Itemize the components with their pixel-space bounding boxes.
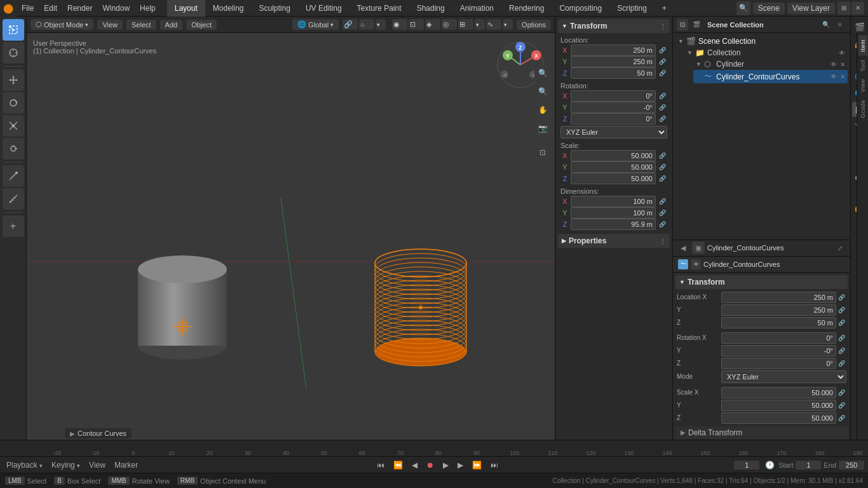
- transform-tool-btn[interactable]: [3, 138, 24, 159]
- tab-uv-editing[interactable]: UV Editing: [298, 0, 349, 17]
- record-btn[interactable]: ⏺: [424, 459, 437, 471]
- obj-scale-x-link[interactable]: 🔗: [836, 388, 846, 398]
- camera-view-btn[interactable]: 📷: [534, 120, 551, 137]
- rotation-y-link[interactable]: 🔗: [657, 102, 667, 112]
- rotation-z-input[interactable]: 0°: [571, 113, 656, 125]
- new-workspace-icon[interactable]: ⊞: [837, 2, 850, 15]
- dim-x-input[interactable]: 100 m: [571, 196, 656, 207]
- jump-end-btn[interactable]: ⏭: [488, 459, 501, 471]
- rotation-y-input[interactable]: -0°: [571, 102, 656, 113]
- delta-transform-section[interactable]: ▶ Delta Transform: [675, 426, 848, 439]
- playback-dropdown[interactable]: Playback ▾: [4, 459, 45, 471]
- keying-dropdown[interactable]: Keying ▾: [49, 459, 83, 471]
- obj-loc-y-link[interactable]: 🔗: [836, 305, 846, 315]
- obj-scale-y-link[interactable]: 🔗: [836, 400, 846, 410]
- dim-y-input[interactable]: 100 m: [571, 207, 656, 219]
- scale-y-link[interactable]: 🔗: [657, 162, 667, 172]
- sc-coll-vis[interactable]: 👁: [839, 50, 845, 57]
- location-y-link[interactable]: 🔗: [657, 57, 667, 67]
- sub-obj-vis-icon[interactable]: 👁: [691, 259, 701, 269]
- canvas-area[interactable]: User Perspective (1) Collection | Cylind…: [27, 33, 555, 441]
- location-y-input[interactable]: 250 m: [571, 56, 656, 67]
- obj-rot-z-link[interactable]: 🔗: [836, 358, 846, 369]
- viewport-shading-btn[interactable]: ◉: [392, 19, 407, 30]
- obj-loc-z-link[interactable]: 🔗: [836, 318, 846, 328]
- sc-filter-btn[interactable]: 🔍: [820, 18, 832, 31]
- sc-root-item[interactable]: ▼ 🎬 Scene Collection: [675, 36, 848, 47]
- obj-loc-x-input[interactable]: 250 m: [721, 292, 836, 303]
- properties-header[interactable]: ▶ Properties ⋮: [558, 234, 670, 248]
- obj-rot-x-input[interactable]: 0°: [721, 332, 836, 344]
- obj-loc-z-input[interactable]: 50 m: [721, 317, 836, 329]
- current-frame[interactable]: 1: [734, 461, 759, 470]
- proportional-edit-btn[interactable]: ○: [359, 19, 374, 30]
- viewport-shading-2-btn[interactable]: ⊡: [409, 19, 424, 30]
- viewport-shading-4-btn[interactable]: ◎: [442, 19, 457, 30]
- dim-y-link[interactable]: 🔗: [657, 208, 667, 218]
- menu-edit[interactable]: Edit: [39, 0, 62, 17]
- scale-x-link[interactable]: 🔗: [657, 151, 667, 161]
- end-frame[interactable]: 250: [839, 461, 864, 470]
- vtab-gcode[interactable]: Gcode: [858, 96, 867, 122]
- snap-icon-btn[interactable]: 🔗: [342, 19, 358, 30]
- tab-animation[interactable]: Animation: [452, 0, 501, 17]
- obj-loc-x-link[interactable]: 🔗: [836, 292, 846, 302]
- zoom-in-btn[interactable]: 🔍: [534, 65, 551, 81]
- proportional-dropdown-btn[interactable]: ▾: [376, 19, 386, 30]
- jump-start-btn[interactable]: ⏮: [374, 459, 387, 471]
- rotate-tool-btn[interactable]: [3, 92, 24, 114]
- transform-header[interactable]: ▼ Transform ⋮: [558, 19, 670, 33]
- scale-tool-btn[interactable]: [3, 115, 24, 137]
- overlays-dropdown-btn[interactable]: ▾: [475, 19, 485, 30]
- toggle-camera-btn[interactable]: ⊡: [534, 144, 551, 161]
- select-tool-btn[interactable]: [3, 19, 24, 41]
- dim-z-input[interactable]: 95.9 m: [571, 219, 656, 230]
- location-x-link[interactable]: 🔗: [657, 45, 667, 55]
- gizmos-btn[interactable]: ∿: [486, 19, 501, 30]
- view-menu[interactable]: View: [86, 459, 108, 471]
- menu-window[interactable]: Window: [97, 0, 135, 17]
- location-x-input[interactable]: 250 m: [571, 44, 656, 56]
- obj-loc-y-input[interactable]: 250 m: [721, 304, 836, 316]
- sc-contour-item[interactable]: 〜 Cylinder_ContourCurves 👁 ✕: [693, 70, 848, 83]
- location-z-link[interactable]: 🔗: [657, 68, 667, 78]
- search-icon[interactable]: 🔍: [736, 1, 750, 15]
- obj-rot-y-input[interactable]: -0°: [721, 345, 836, 356]
- obj-scale-z-input[interactable]: 50.000: [721, 412, 836, 424]
- measure-tool-btn[interactable]: [3, 188, 24, 210]
- tab-texture-paint[interactable]: Texture Paint: [349, 0, 409, 17]
- annotate-tool-btn[interactable]: [3, 165, 24, 187]
- sc-cyl-render-vis[interactable]: ✕: [840, 61, 845, 68]
- cursor-tool-btn[interactable]: [3, 42, 24, 64]
- tab-sculpting[interactable]: Sculpting: [252, 0, 298, 17]
- scene-dropdown[interactable]: Scene: [753, 3, 785, 14]
- obj-mode-select[interactable]: XYZ Euler: [721, 370, 846, 383]
- scale-z-input[interactable]: 50.000: [571, 173, 656, 184]
- location-z-input[interactable]: 50 m: [571, 67, 656, 79]
- viewport-object-menu[interactable]: Object: [186, 20, 217, 30]
- sc-contour-render-vis[interactable]: ✕: [840, 73, 845, 80]
- tab-compositing[interactable]: Compositing: [552, 0, 609, 17]
- sc-contour-vis[interactable]: 👁: [831, 73, 837, 80]
- transform-dropdown[interactable]: 🌐 Global ▾: [292, 19, 339, 30]
- obj-scale-x-input[interactable]: 50.000: [721, 387, 836, 398]
- start-frame[interactable]: 1: [796, 461, 821, 470]
- menu-help[interactable]: Help: [135, 0, 161, 17]
- tab-scripting[interactable]: Scripting: [609, 0, 654, 17]
- view-layer-dropdown[interactable]: View Layer: [787, 3, 835, 14]
- options-btn[interactable]: Options: [517, 20, 551, 30]
- sc-add-btn[interactable]: ≡: [834, 18, 846, 31]
- dim-x-link[interactable]: 🔗: [657, 196, 667, 207]
- move-tool-btn[interactable]: [3, 69, 24, 91]
- viewport-area[interactable]: ⬡ Object Mode ▾ View Select Add Object 🌐…: [27, 17, 555, 441]
- sc-view-icon[interactable]: ⊡: [677, 19, 688, 30]
- props-panel-icon[interactable]: ▣: [692, 241, 705, 254]
- obj-rot-z-input[interactable]: 0°: [721, 358, 836, 369]
- viewport-select-menu[interactable]: Select: [126, 20, 156, 30]
- blender-logo-icon[interactable]: ⬤: [0, 0, 17, 17]
- play-btn[interactable]: ▶: [440, 459, 451, 471]
- vtab-item[interactable]: Item: [858, 36, 867, 56]
- obj-transform-header[interactable]: ▼ Transform: [675, 275, 848, 289]
- tab-layout[interactable]: Layout: [167, 0, 205, 17]
- obj-scale-y-input[interactable]: 50.000: [721, 400, 836, 411]
